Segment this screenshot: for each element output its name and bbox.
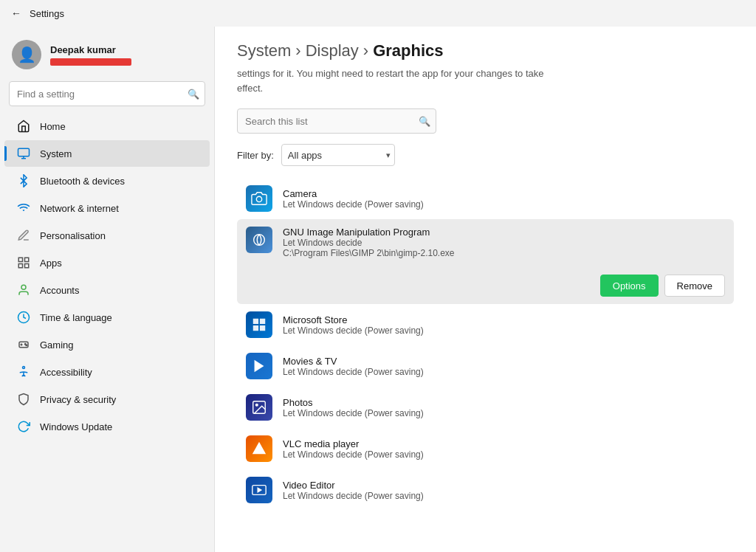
filter-select[interactable]: All apps Microsoft Store apps Desktop ap…	[281, 144, 395, 166]
sidebar-item-accessibility[interactable]: Accessibility	[4, 359, 210, 385]
sidebar-item-label-network: Network & internet	[40, 203, 119, 214]
svg-point-13	[23, 367, 25, 369]
app-item-msstore[interactable]: Microsoft StoreLet Windows decide (Power…	[237, 304, 734, 345]
breadcrumb-sep-1: ›	[295, 41, 300, 61]
sidebar-item-update[interactable]: Windows Update	[4, 413, 210, 440]
app-actions-gimp: OptionsRemove	[246, 269, 725, 297]
sidebar-item-label-time: Time & language	[40, 312, 112, 323]
title-bar: ← Settings	[0, 0, 756, 27]
app-item-camera[interactable]: CameraLet Windows decide (Power saving)	[237, 178, 734, 219]
app-status-gimp: Let Windows decide	[283, 238, 725, 248]
sidebar-item-label-update: Windows Update	[40, 421, 112, 432]
app-name-vlc: VLC media player	[283, 438, 725, 449]
svg-point-14	[256, 196, 261, 201]
app-status-msstore: Let Windows decide (Power saving)	[283, 325, 725, 336]
svg-rect-6	[18, 264, 22, 268]
sidebar-item-bluetooth[interactable]: Bluetooth & devices	[4, 168, 210, 194]
main-layout: 👤 Deepak kumar 🔍 HomeSystemBluetooth & d…	[0, 27, 756, 552]
options-button[interactable]: Options	[600, 275, 659, 297]
app-info-photos: PhotosLet Windows decide (Power saving)	[283, 397, 725, 418]
svg-marker-16	[255, 360, 264, 373]
time-icon	[16, 310, 31, 325]
back-button[interactable]: ←	[9, 6, 24, 21]
app-icon-photos	[246, 394, 272, 421]
app-icon-camera	[246, 185, 272, 212]
app-icon-videoeditor	[246, 477, 272, 503]
app-name-msstore: Microsoft Store	[283, 314, 725, 325]
accessibility-icon	[16, 365, 31, 379]
remove-button[interactable]: Remove	[664, 275, 725, 297]
app-item-gimp[interactable]: GNU Image Manipulation ProgramLet Window…	[237, 219, 734, 304]
breadcrumb-sep-2: ›	[363, 41, 368, 61]
app-item-videoeditor[interactable]: Video EditorLet Windows decide (Power sa…	[237, 469, 734, 511]
app-name-gimp: GNU Image Manipulation Program	[283, 227, 725, 238]
app-info-vlc: VLC media playerLet Windows decide (Powe…	[283, 438, 725, 460]
gaming-icon	[16, 337, 31, 352]
svg-rect-5	[25, 264, 29, 268]
sidebar-item-gaming[interactable]: Gaming	[4, 331, 210, 358]
search-list-icon: 🔍	[419, 116, 430, 127]
app-item-vlc[interactable]: VLC media playerLet Windows decide (Powe…	[237, 428, 734, 469]
app-icon-gimp	[246, 227, 272, 253]
app-info-gimp: GNU Image Manipulation ProgramLet Window…	[283, 227, 725, 258]
avatar-icon: 👤	[18, 46, 36, 63]
app-item-movietv[interactable]: Movies & TVLet Windows decide (Power sav…	[237, 345, 734, 387]
search-input[interactable]	[9, 81, 205, 106]
app-item-photos[interactable]: PhotosLet Windows decide (Power saving)	[237, 387, 734, 428]
sidebar-item-label-home: Home	[40, 121, 66, 132]
app-item-top-gimp: GNU Image Manipulation ProgramLet Window…	[246, 227, 725, 258]
sidebar-item-network[interactable]: Network & internet	[4, 195, 210, 221]
sidebar-item-privacy[interactable]: Privacy & security	[4, 386, 210, 413]
sidebar-item-label-accounts: Accounts	[40, 285, 79, 296]
breadcrumb-display: Display	[306, 41, 359, 61]
sidebar-item-personalisation[interactable]: Personalisation	[4, 222, 210, 249]
app-info-movietv: Movies & TVLet Windows decide (Power sav…	[283, 356, 725, 377]
page-subtitle: settings for it. You might need to resta…	[237, 66, 547, 95]
sidebar-item-time[interactable]: Time & language	[4, 304, 210, 331]
app-path-gimp: C:\Program Files\GIMP 2\bin\gimp-2.10.ex…	[283, 248, 725, 258]
svg-point-15	[254, 235, 265, 246]
sidebar-item-label-gaming: Gaming	[40, 339, 74, 351]
svg-point-18	[255, 404, 258, 406]
title-bar-text: Settings	[30, 8, 64, 19]
sidebar-item-label-accessibility: Accessibility	[40, 367, 92, 378]
app-status-camera: Let Windows decide (Power saving)	[283, 199, 725, 210]
app-status-vlc: Let Windows decide (Power saving)	[283, 449, 725, 460]
filter-label: Filter by:	[237, 150, 274, 161]
app-name-camera: Camera	[283, 188, 725, 199]
app-status-movietv: Let Windows decide (Power saving)	[283, 367, 725, 377]
app-info-msstore: Microsoft StoreLet Windows decide (Power…	[283, 314, 725, 336]
user-profile[interactable]: 👤 Deepak kumar	[0, 32, 214, 81]
system-icon	[16, 146, 31, 161]
breadcrumb: System › Display › Graphics	[237, 41, 734, 61]
svg-marker-19	[252, 442, 266, 455]
sidebar-item-apps[interactable]: Apps	[4, 249, 210, 276]
breadcrumb-system: System	[237, 41, 291, 61]
app-icon-msstore	[246, 311, 272, 338]
sidebar-item-home[interactable]: Home	[4, 113, 210, 139]
user-info: Deepak kumar	[50, 44, 131, 66]
app-status-photos: Let Windows decide (Power saving)	[283, 408, 725, 418]
svg-point-7	[21, 285, 26, 289]
search-list-input[interactable]	[237, 108, 436, 134]
apps-icon	[16, 255, 31, 270]
app-status-videoeditor: Let Windows decide (Power saving)	[283, 491, 725, 501]
sidebar-search-box: 🔍	[9, 81, 205, 106]
sidebar-item-label-privacy: Privacy & security	[40, 394, 116, 405]
privacy-icon	[16, 392, 31, 407]
update-icon	[16, 419, 31, 434]
app-icon-movietv	[246, 353, 272, 379]
accounts-icon	[16, 283, 31, 297]
svg-point-12	[26, 345, 27, 346]
app-list: CameraLet Windows decide (Power saving)G…	[237, 178, 734, 511]
app-name-photos: Photos	[283, 397, 725, 408]
svg-rect-3	[18, 258, 22, 261]
breadcrumb-graphics: Graphics	[373, 41, 443, 61]
sidebar-item-system[interactable]: System	[4, 140, 210, 167]
network-icon	[16, 201, 31, 215]
sidebar-item-label-system: System	[40, 148, 72, 159]
sidebar-item-label-bluetooth: Bluetooth & devices	[40, 176, 125, 187]
app-icon-vlc	[246, 435, 272, 462]
search-list-box: 🔍	[237, 108, 436, 134]
sidebar-item-accounts[interactable]: Accounts	[4, 277, 210, 303]
